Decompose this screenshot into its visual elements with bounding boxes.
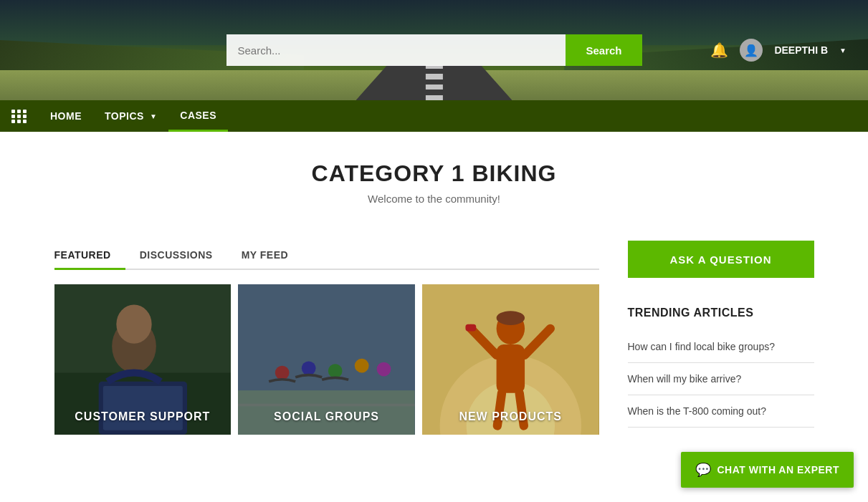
topics-chevron-icon: ▼: [150, 112, 157, 120]
card-label-social: SOCIAL GROUPS: [238, 410, 415, 423]
navbar: HOME TOPICS ▼ CASES: [0, 100, 868, 132]
nav-item-topics[interactable]: TOPICS ▼: [93, 100, 168, 132]
trending-item-0[interactable]: How can I find local bike groups?: [628, 331, 814, 363]
header-right: 🔔 👤 DEEPTHI B ▼: [710, 39, 846, 62]
trending-item-2[interactable]: When is the T-800 coming out?: [628, 395, 814, 428]
card-label-support: CUSTOMER SUPPORT: [54, 410, 232, 423]
trending-item-1[interactable]: When will my bike arrive?: [628, 363, 814, 395]
page-title-section: CATEGORY 1 BIKING Welcome to the communi…: [54, 132, 814, 219]
apps-grid-icon[interactable]: [11, 110, 27, 123]
card-label-products: NEW PRODUCTS: [422, 410, 599, 423]
user-name[interactable]: DEEPTHI B: [774, 44, 828, 56]
search-button[interactable]: Search: [566, 34, 642, 66]
trending-articles-title: TRENDING ARTICLES: [628, 306, 814, 319]
card-customer-support[interactable]: CUSTOMER SUPPORT: [54, 284, 232, 435]
nav-topics-label: TOPICS: [105, 110, 144, 122]
tab-discussions[interactable]: DISCUSSIONS: [140, 242, 227, 270]
card-new-products[interactable]: NEW PRODUCTS: [422, 284, 599, 435]
right-panel: ASK A QUESTION TRENDING ARTICLES How can…: [628, 241, 814, 435]
main-content: CATEGORY 1 BIKING Welcome to the communi…: [40, 132, 829, 435]
content-grid: FEATURED DISCUSSIONS MY FEED: [54, 241, 814, 435]
card-social-groups[interactable]: SOCIAL GROUPS: [238, 284, 415, 435]
nav-item-cases[interactable]: CASES: [168, 100, 228, 132]
avatar: 👤: [740, 39, 763, 62]
trending-section: TRENDING ARTICLES How can I find local b…: [628, 306, 814, 428]
search-bar-container: Search: [226, 34, 642, 66]
chevron-down-icon: ▼: [839, 47, 846, 54]
tab-featured[interactable]: FEATURED: [54, 242, 125, 270]
left-panel: FEATURED DISCUSSIONS MY FEED: [54, 241, 599, 435]
notification-bell-icon[interactable]: 🔔: [710, 42, 728, 59]
ask-question-button[interactable]: ASK A QUESTION: [628, 241, 814, 278]
nav-item-home[interactable]: HOME: [39, 100, 93, 132]
tabs-container: FEATURED DISCUSSIONS MY FEED: [54, 241, 599, 270]
page-title: CATEGORY 1 BIKING: [54, 160, 814, 187]
tab-my-feed[interactable]: MY FEED: [242, 242, 302, 270]
page-subtitle: Welcome to the community!: [54, 193, 814, 205]
search-input[interactable]: [226, 34, 566, 66]
cards-grid: CUSTOMER SUPPORT: [54, 284, 599, 435]
hero-section: Search 🔔 👤 DEEPTHI B ▼: [0, 0, 868, 100]
